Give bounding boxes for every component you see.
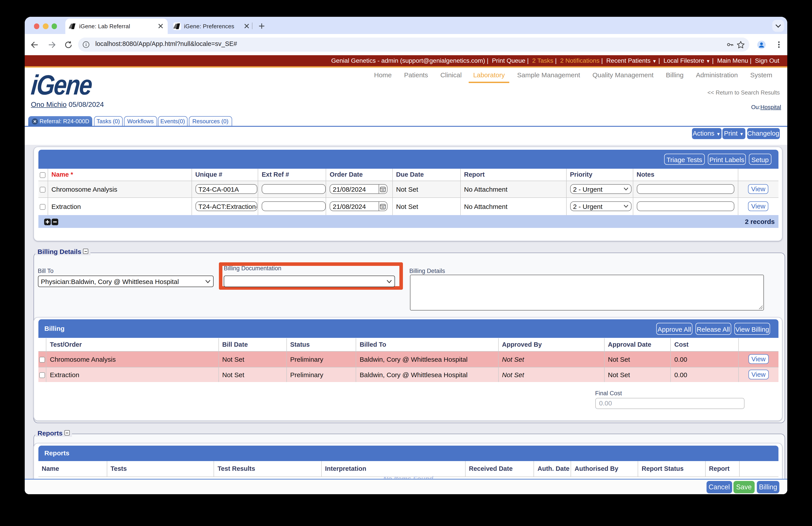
svg-text:31: 31: [381, 205, 385, 209]
svg-text:31: 31: [381, 188, 385, 191]
